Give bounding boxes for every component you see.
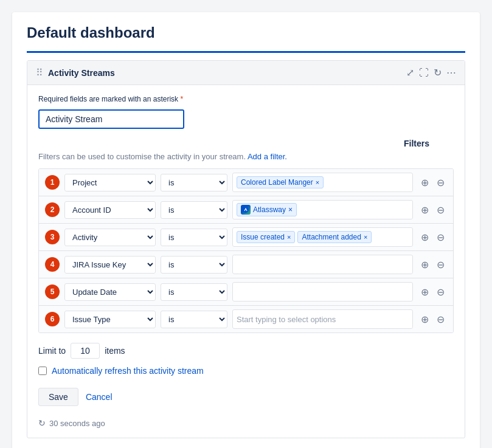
- filter-info-text: Filters can be used to customise the act…: [38, 152, 454, 161]
- filter-operator-select-2[interactable]: is is not contains: [161, 201, 227, 219]
- filter-value-area-6[interactable]: Start typing to select options: [232, 309, 413, 329]
- refresh-label: Automatically refresh this activity stre…: [52, 366, 204, 376]
- refresh-widget-icon[interactable]: ↻: [434, 67, 442, 78]
- refresh-row: Automatically refresh this activity stre…: [38, 366, 454, 376]
- stream-name-input[interactable]: [38, 109, 184, 129]
- limit-input[interactable]: [71, 343, 100, 359]
- filter-row: 1 Project Account ID Activity JIRA Issue…: [39, 169, 453, 196]
- tag-attachment-added: Attachment added ×: [297, 231, 372, 243]
- limit-label-prefix: Limit to: [38, 346, 66, 356]
- save-button[interactable]: Save: [38, 388, 78, 406]
- filter-operator-select-1[interactable]: is is not contains: [161, 174, 227, 191]
- limit-label-suffix: items: [105, 346, 125, 356]
- row-number-4: 4: [45, 257, 60, 272]
- filter-row: 2 Project Account ID Activity JIRA Issue…: [39, 196, 453, 224]
- filter-operator-select-6[interactable]: is is not contains: [161, 311, 227, 328]
- drag-handle-icon[interactable]: ⠿: [36, 67, 43, 78]
- button-row: Save Cancel: [38, 388, 454, 406]
- remove-filter-row-button-1[interactable]: ⊖: [434, 176, 447, 189]
- tag-issue-created: Issue created ×: [237, 231, 295, 243]
- filter-row: 4 Project Account ID Activity JIRA Issue…: [39, 251, 453, 278]
- filters-section-label: Filters: [404, 139, 429, 148]
- filter-field-select-1[interactable]: Project Account ID Activity JIRA Issue K…: [64, 174, 156, 191]
- row-actions-1: ⊕ ⊖: [418, 176, 447, 189]
- add-filter-row-button-6[interactable]: ⊕: [418, 312, 431, 326]
- row-number-1: 1: [45, 175, 60, 190]
- blue-divider: [27, 51, 465, 53]
- filters-container: 1 Project Account ID Activity JIRA Issue…: [38, 168, 454, 333]
- required-asterisk: *: [180, 95, 183, 103]
- more-icon[interactable]: ⋯: [446, 67, 456, 78]
- row-actions-3: ⊕ ⊖: [418, 230, 447, 244]
- add-filter-row-button-3[interactable]: ⊕: [418, 230, 431, 244]
- filter-row: 3 Project Account ID Activity JIRA Issue…: [39, 224, 453, 251]
- atlassway-logo-icon: [241, 205, 251, 215]
- timestamp-text: 30 seconds ago: [49, 419, 105, 428]
- tag-close-icon[interactable]: ×: [287, 233, 291, 241]
- remove-filter-row-button-4[interactable]: ⊖: [434, 258, 447, 271]
- filter-placeholder-text-6: Start typing to select options: [237, 315, 336, 324]
- row-number-2: 2: [45, 202, 60, 217]
- required-note: Required fields are marked with an aster…: [38, 95, 454, 103]
- limit-row: Limit to items: [38, 343, 454, 359]
- timestamp-row: ↻ 30 seconds ago: [38, 418, 454, 428]
- remove-filter-row-button-2[interactable]: ⊖: [434, 203, 447, 216]
- row-number-6: 6: [45, 312, 60, 326]
- row-actions-6: ⊕ ⊖: [418, 312, 447, 326]
- fullscreen-icon[interactable]: ⛶: [419, 67, 429, 78]
- row-number-5: 5: [45, 284, 60, 299]
- add-filter-row-button-2[interactable]: ⊕: [418, 203, 431, 216]
- svg-point-0: [243, 207, 249, 213]
- widget-body: Required fields are marked with an aster…: [27, 85, 465, 438]
- filter-value-area-3[interactable]: Issue created × Attachment added ×: [232, 227, 413, 247]
- page-title: Default dashboard: [27, 24, 465, 41]
- filter-row: 6 Project Account ID Activity JIRA Issue…: [39, 306, 453, 333]
- filter-field-select-2[interactable]: Project Account ID Activity JIRA Issue K…: [64, 201, 156, 219]
- remove-filter-row-button-3[interactable]: ⊖: [434, 230, 447, 244]
- filter-value-area-2[interactable]: Atlassway ×: [232, 200, 413, 219]
- row-actions-2: ⊕ ⊖: [418, 203, 447, 216]
- filter-field-select-4[interactable]: Project Account ID Activity JIRA Issue K…: [64, 256, 156, 274]
- remove-filter-row-button-5[interactable]: ⊖: [434, 285, 447, 298]
- add-filter-row-button-4[interactable]: ⊕: [418, 258, 431, 271]
- filter-field-select-3[interactable]: Project Account ID Activity JIRA Issue K…: [64, 229, 156, 246]
- row-actions-5: ⊕ ⊖: [418, 285, 447, 298]
- tag-close-icon[interactable]: ×: [288, 205, 293, 214]
- tag-atlassway: Atlassway ×: [237, 203, 297, 216]
- cancel-button[interactable]: Cancel: [86, 392, 113, 402]
- filter-row: 5 Project Account ID Activity JIRA Issue…: [39, 278, 453, 306]
- auto-refresh-checkbox[interactable]: [38, 367, 47, 375]
- filter-value-area-1[interactable]: Colored Label Manger ×: [232, 173, 413, 192]
- add-filter-link[interactable]: Add a filter.: [248, 152, 287, 161]
- page-container: Default dashboard ⠿ Activity Streams ⤢ ⛶…: [12, 12, 480, 448]
- add-filter-row-button-1[interactable]: ⊕: [418, 176, 431, 189]
- row-number-3: 3: [45, 230, 60, 244]
- filter-operator-select-5[interactable]: is is not contains: [161, 283, 227, 301]
- expand-icon[interactable]: ⤢: [406, 67, 414, 78]
- remove-filter-row-button-6[interactable]: ⊖: [434, 312, 447, 326]
- timestamp-refresh-icon: ↻: [38, 418, 46, 428]
- filter-value-area-5[interactable]: [232, 282, 413, 302]
- filter-operator-select-4[interactable]: is is not contains: [161, 256, 227, 274]
- widget-title: Activity Streams: [48, 68, 115, 78]
- widget-header-actions: ⤢ ⛶ ↻ ⋯: [406, 67, 456, 78]
- tag-colored-label: Colored Label Manger ×: [237, 176, 324, 188]
- filters-label-row: Filters: [38, 139, 454, 148]
- filter-field-select-6[interactable]: Project Account ID Activity JIRA Issue K…: [64, 311, 156, 328]
- row-actions-4: ⊕ ⊖: [418, 258, 447, 271]
- activity-streams-widget: ⠿ Activity Streams ⤢ ⛶ ↻ ⋯ Required fiel…: [27, 60, 465, 438]
- filter-value-area-4[interactable]: [232, 255, 413, 274]
- tag-close-icon[interactable]: ×: [364, 233, 367, 241]
- tag-close-icon[interactable]: ×: [316, 179, 319, 186]
- widget-header: ⠿ Activity Streams ⤢ ⛶ ↻ ⋯: [27, 61, 465, 85]
- add-filter-row-button-5[interactable]: ⊕: [418, 285, 431, 298]
- filter-field-select-5[interactable]: Project Account ID Activity JIRA Issue K…: [64, 283, 156, 301]
- filter-operator-select-3[interactable]: is is not contains: [161, 229, 227, 246]
- widget-header-left: ⠿ Activity Streams: [36, 67, 115, 78]
